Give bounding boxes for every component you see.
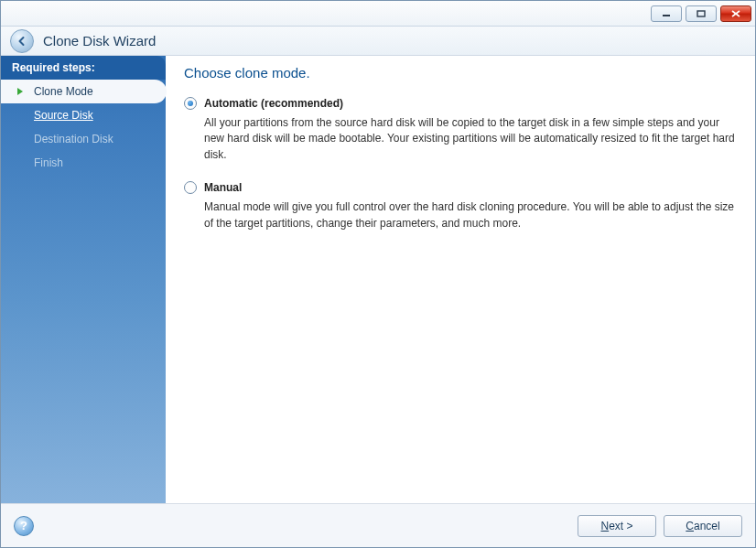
step-clone-mode[interactable]: Clone Mode [1,80,167,103]
svg-rect-1 [697,11,705,16]
radio-manual[interactable] [184,181,197,194]
radio-automatic[interactable] [184,97,197,110]
maximize-icon [697,10,706,17]
close-icon [731,10,740,17]
arrow-right-icon [16,86,27,97]
option-head: Automatic (recommended) [184,97,737,110]
option-manual: Manual Manual mode will give you full co… [184,181,737,231]
page-title: Choose clone mode. [184,65,737,81]
wizard-header: Clone Disk Wizard [1,27,755,56]
option-description: All your partitions from the source hard… [204,115,737,163]
step-label: Finish [34,156,63,169]
step-spacer-icon [16,110,27,121]
next-button[interactable]: Next > [578,515,656,537]
option-description: Manual mode will give you full control o… [204,199,737,231]
wizard-footer: ? Next > Cancel [1,503,755,547]
step-source-disk[interactable]: Source Disk [1,103,166,127]
titlebar [1,1,755,27]
wizard-body: Required steps: Clone Mode Source Disk D… [1,56,755,503]
back-button[interactable] [10,29,34,53]
step-label: Destination Disk [34,133,113,145]
step-destination-disk: Destination Disk [1,127,166,151]
sidebar: Required steps: Clone Mode Source Disk D… [1,56,166,503]
help-icon: ? [20,519,27,532]
step-spacer-icon [16,157,27,168]
close-button[interactable] [720,5,751,22]
step-spacer-icon [16,134,27,145]
next-accelerator: N [600,520,609,532]
help-button[interactable]: ? [14,516,34,536]
minimize-icon [662,10,671,17]
sidebar-header: Required steps: [1,56,166,80]
cancel-button[interactable]: Cancel [664,515,742,537]
option-label: Manual [204,181,242,194]
maximize-button[interactable] [686,5,717,22]
svg-rect-0 [663,15,670,16]
option-automatic: Automatic (recommended) All your partiti… [184,97,737,163]
step-finish: Finish [1,151,166,175]
minimize-button[interactable] [651,5,682,22]
main-panel: Choose clone mode. Automatic (recommende… [166,56,755,503]
wizard-window: Clone Disk Wizard Required steps: Clone … [0,0,756,548]
back-arrow-icon [16,35,28,48]
next-label-rest: ext > [609,520,632,532]
option-label: Automatic (recommended) [204,97,343,110]
step-label: Source Disk [34,109,93,122]
step-label: Clone Mode [34,85,93,98]
cancel-accelerator: C [686,520,694,532]
wizard-title: Clone Disk Wizard [43,33,156,48]
option-head: Manual [184,181,737,194]
cancel-label-rest: ancel [694,520,720,532]
